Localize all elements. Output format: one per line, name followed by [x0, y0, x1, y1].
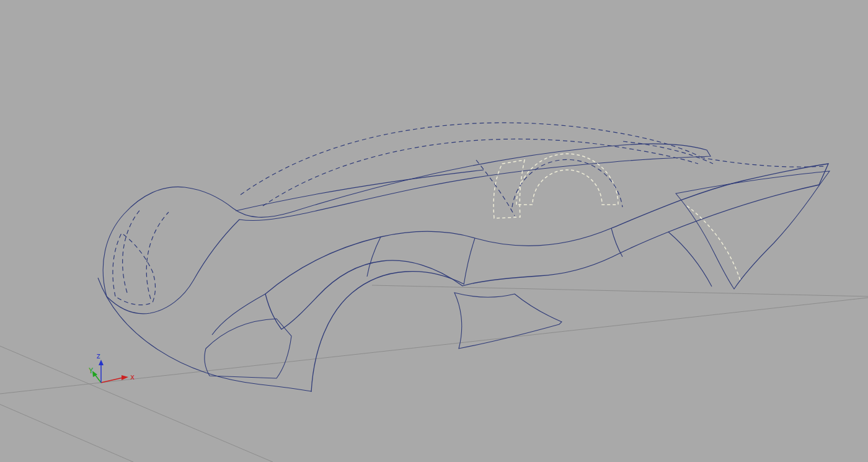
rear-lower-fin-surface[interactable]: [454, 293, 562, 349]
far-body-surface[interactable]: [103, 144, 711, 314]
rear-arch-edge-curve[interactable]: [668, 232, 712, 287]
axis-gizmo: x Y z: [89, 352, 135, 383]
canopy-construction-curve[interactable]: [241, 123, 699, 195]
far-rear-arch-construction-curve[interactable]: [512, 159, 622, 207]
far-car-body: [98, 144, 711, 391]
far-front-construction-curve[interactable]: [146, 212, 169, 299]
x-axis-label: x: [130, 373, 135, 381]
scene-svg: x Y z: [0, 0, 868, 462]
pillar-construction-curve[interactable]: [476, 160, 515, 216]
far-rear-wheel-arch: [494, 154, 622, 218]
grid-line: [372, 285, 868, 296]
rear-fender-panel-surface[interactable]: [676, 171, 830, 289]
grid-line: [0, 404, 133, 462]
front-wheel-arch-curve[interactable]: [311, 272, 464, 392]
panel-seam-curve[interactable]: [367, 237, 381, 277]
canopy-construction-curve[interactable]: [263, 139, 698, 206]
far-arch-strip-surface[interactable]: [494, 160, 525, 218]
panel-seam-curve[interactable]: [464, 238, 475, 285]
far-front-construction-curve[interactable]: [123, 208, 141, 293]
front-body-edge-curve[interactable]: [212, 294, 265, 335]
z-axis-label: z: [96, 352, 100, 360]
z-axis-arrowhead: [99, 360, 104, 365]
far-rear-arch-surface[interactable]: [516, 154, 618, 205]
3d-viewport[interactable]: x Y z: [0, 0, 868, 462]
y-axis: [95, 375, 101, 383]
x-axis: [101, 378, 123, 383]
far-beltline-curve[interactable]: [236, 170, 484, 211]
rear-deck-construction-curve[interactable]: [701, 158, 825, 167]
far-front-lower-surface[interactable]: [113, 233, 156, 305]
rear-arch-highlight-curve[interactable]: [687, 206, 740, 280]
y-axis-label: Y: [89, 366, 94, 375]
grid-line: [0, 346, 273, 462]
